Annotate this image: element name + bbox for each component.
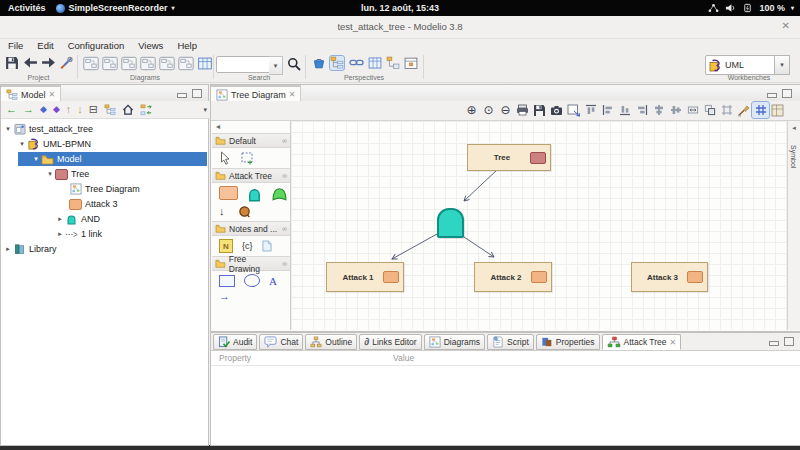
palette-collapse-icon[interactable]: ◂ bbox=[216, 123, 220, 131]
align-bottom-icon[interactable] bbox=[616, 102, 633, 118]
same-width-icon[interactable] bbox=[684, 102, 701, 118]
new-usecase-diagram-button[interactable] bbox=[159, 56, 175, 71]
move-up-icon[interactable]: ↑ bbox=[66, 104, 72, 115]
maximize-icon[interactable] bbox=[782, 89, 792, 98]
new-deployment-diagram-button[interactable] bbox=[102, 56, 118, 71]
menu-help[interactable]: Help bbox=[177, 40, 197, 51]
node-tree[interactable]: Tree bbox=[467, 144, 551, 171]
minimize-icon[interactable] bbox=[177, 93, 187, 98]
redo-button[interactable] bbox=[41, 56, 56, 69]
tree-item-1-link[interactable]: ▸ 1 link bbox=[55, 227, 102, 241]
tree-item-and[interactable]: ▸ AND bbox=[55, 212, 100, 226]
palette-section-notes[interactable]: Notes and ... ∞ bbox=[212, 221, 290, 236]
new-diagram-button[interactable] bbox=[178, 56, 194, 71]
save-button[interactable] bbox=[5, 56, 19, 70]
note-tool[interactable]: N bbox=[219, 239, 233, 253]
section-pin-icon[interactable]: ∞ bbox=[282, 225, 287, 232]
save-image-icon[interactable] bbox=[531, 102, 548, 118]
diagram-panel-controls[interactable] bbox=[767, 89, 792, 98]
system-tray[interactable]: 100 % ▾ bbox=[708, 0, 794, 16]
tree-item-attack-3[interactable]: Attack 3 bbox=[69, 197, 118, 211]
back-arrow-icon[interactable]: ← bbox=[6, 104, 17, 115]
or-gate-tool[interactable] bbox=[271, 187, 288, 201]
tab-tree-diagram[interactable]: Tree Diagram ✕ bbox=[211, 85, 301, 102]
rectangle-tool[interactable] bbox=[219, 275, 235, 287]
symbol-tab-label[interactable]: Symbol bbox=[790, 145, 797, 168]
menu-edit[interactable]: Edit bbox=[37, 40, 53, 51]
new-class-diagram-button[interactable] bbox=[83, 56, 99, 71]
marquee-tool[interactable] bbox=[240, 151, 254, 165]
tree-item-uml-bpmn[interactable]: ▾ UML-BPMN bbox=[17, 137, 91, 151]
search-button[interactable] bbox=[287, 57, 301, 71]
style-brush-icon[interactable] bbox=[735, 102, 752, 118]
collapse-all-icon[interactable]: ⊟ bbox=[89, 104, 98, 115]
caret-open-icon[interactable]: ▾ bbox=[3, 125, 13, 133]
screenshot-icon[interactable] bbox=[548, 102, 565, 118]
align-left-icon[interactable] bbox=[599, 102, 616, 118]
caret-open-icon[interactable]: ▾ bbox=[45, 170, 55, 178]
fit-frame-icon[interactable] bbox=[718, 102, 735, 118]
tab-model[interactable]: Model ✕ bbox=[1, 85, 61, 102]
app-menu-button[interactable]: SimpleScreenRecorder ▾ bbox=[56, 3, 175, 13]
perspective-model-tree-button[interactable] bbox=[330, 56, 344, 70]
symbol-strip[interactable]: ◂ Symbol bbox=[787, 121, 800, 330]
palette-section-free-drawing[interactable]: Free Drawing ∞ bbox=[212, 256, 290, 271]
tab-properties[interactable]: Properties bbox=[536, 334, 600, 350]
node-attack-2[interactable]: Attack 2 bbox=[474, 262, 552, 292]
zoom-original-icon[interactable]: ⊙ bbox=[480, 102, 497, 118]
new-object-diagram-button[interactable] bbox=[140, 56, 156, 71]
section-pin-icon[interactable]: ∞ bbox=[282, 137, 287, 144]
menu-configuration[interactable]: Configuration bbox=[68, 40, 125, 51]
print-icon[interactable] bbox=[514, 102, 531, 118]
center-horizontal-icon[interactable] bbox=[667, 102, 684, 118]
center-vertical-icon[interactable] bbox=[650, 102, 667, 118]
constraint-tool[interactable]: {c} bbox=[242, 241, 253, 251]
minimize-icon[interactable] bbox=[767, 93, 777, 98]
sync-tree-icon[interactable] bbox=[140, 104, 153, 116]
move-down-icon[interactable]: ↓ bbox=[77, 104, 83, 115]
undo-button[interactable] bbox=[23, 56, 38, 69]
tree-item-tree[interactable]: ▾ Tree bbox=[45, 167, 89, 181]
property-table-body[interactable] bbox=[211, 366, 800, 445]
search-input[interactable] bbox=[216, 56, 276, 73]
leaf-tool[interactable] bbox=[238, 205, 251, 218]
close-tab-icon[interactable]: ✕ bbox=[670, 338, 677, 347]
forward-arrow-icon[interactable]: → bbox=[23, 104, 34, 115]
tab-audit[interactable]: Audit bbox=[213, 334, 257, 350]
maximize-icon[interactable] bbox=[192, 89, 202, 98]
tab-script[interactable]: Script bbox=[487, 334, 534, 350]
tree-item-model[interactable]: ▾ Model bbox=[31, 152, 82, 166]
perspective-calendar-button[interactable] bbox=[404, 56, 418, 70]
link-tool[interactable]: ↓ bbox=[219, 206, 225, 217]
bottom-panel-controls[interactable] bbox=[769, 337, 794, 346]
tree-item-tree-diagram[interactable]: Tree Diagram bbox=[69, 182, 140, 196]
tab-chat[interactable]: Chat bbox=[259, 334, 303, 350]
diagram-canvas[interactable]: Tree Attack 1 Attack 2 Attack 3 bbox=[291, 121, 788, 330]
palette-section-attack-tree[interactable]: Attack Tree ∞ bbox=[212, 168, 290, 183]
caret-closed-icon[interactable]: ▸ bbox=[55, 215, 65, 223]
tab-links-editor[interactable]: ∂ Links Editor bbox=[359, 334, 421, 350]
new-state-diagram-button[interactable] bbox=[121, 56, 137, 71]
section-pin-icon[interactable]: ∞ bbox=[282, 260, 287, 267]
configure-tools-button[interactable] bbox=[59, 56, 73, 70]
home-icon[interactable] bbox=[122, 104, 134, 115]
zoom-in-icon[interactable]: ⊕ bbox=[463, 102, 480, 118]
node-and-gate[interactable] bbox=[437, 208, 464, 238]
next-selection-icon[interactable]: ◆ bbox=[53, 105, 60, 114]
caret-open-icon[interactable]: ▾ bbox=[17, 140, 27, 148]
symbol-expand-icon[interactable]: ◂ bbox=[792, 124, 796, 131]
same-size-icon[interactable] bbox=[701, 102, 718, 118]
menu-views[interactable]: Views bbox=[138, 40, 163, 51]
node-attack-1[interactable]: Attack 1 bbox=[326, 262, 404, 292]
overview-icon[interactable] bbox=[769, 102, 786, 118]
and-gate-tool[interactable] bbox=[247, 187, 262, 202]
section-pin-icon[interactable]: ∞ bbox=[282, 172, 287, 179]
zoom-selection-icon[interactable] bbox=[565, 102, 582, 118]
previous-selection-icon[interactable]: ◆ bbox=[40, 105, 47, 114]
minimize-icon[interactable] bbox=[769, 341, 779, 346]
close-tab-icon[interactable]: ✕ bbox=[289, 90, 296, 99]
snap-grid-icon[interactable] bbox=[752, 102, 769, 118]
text-tool[interactable]: A bbox=[269, 275, 277, 287]
document-tool[interactable] bbox=[262, 240, 272, 252]
workbench-dropdown-button[interactable]: ▾ bbox=[774, 55, 790, 75]
